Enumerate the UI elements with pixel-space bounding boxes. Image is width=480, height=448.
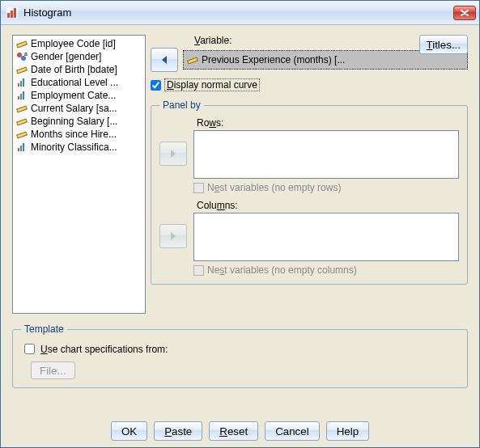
svg-rect-12 bbox=[18, 96, 19, 99]
variable-field-text: Previous Experience (months) [... bbox=[202, 54, 345, 66]
variable-list-item[interactable]: Beginning Salary [... bbox=[13, 115, 145, 128]
rows-listbox[interactable] bbox=[193, 130, 459, 179]
ruler-icon bbox=[16, 103, 28, 114]
columns-listbox[interactable] bbox=[193, 213, 459, 261]
move-variable-button[interactable] bbox=[151, 48, 178, 72]
window-title: Histogram bbox=[23, 6, 453, 19]
display-normal-checkbox[interactable] bbox=[151, 80, 161, 91]
variable-list-label: Minority Classifica... bbox=[31, 142, 117, 153]
svg-rect-9 bbox=[18, 83, 19, 87]
close-button[interactable] bbox=[453, 6, 476, 20]
display-normal-label: Display normal curve bbox=[164, 78, 260, 91]
ordinal-icon bbox=[16, 90, 28, 101]
variable-list-item[interactable]: Date of Birth [bdate] bbox=[13, 63, 145, 76]
ruler-icon bbox=[16, 129, 28, 140]
variable-list-label: Months since Hire... bbox=[31, 129, 117, 140]
variable-list-item[interactable]: Minority Classifica... bbox=[13, 141, 145, 154]
svg-rect-10 bbox=[20, 81, 22, 87]
nest-cols-check: Nest variables (no empty columns) bbox=[193, 264, 459, 276]
ruler-icon bbox=[16, 64, 28, 75]
cancel-button[interactable]: Cancel bbox=[265, 421, 320, 441]
ruler-icon bbox=[16, 116, 28, 127]
use-template-label: Use chart specifications from: bbox=[40, 344, 168, 355]
variable-list-label: Employment Cate... bbox=[31, 90, 116, 101]
svg-rect-19 bbox=[20, 146, 22, 151]
panel-by-legend: Panel by bbox=[159, 99, 204, 111]
ruler-icon bbox=[187, 54, 198, 66]
svg-rect-3 bbox=[14, 8, 16, 18]
button-bar: OK Paste Reset Cancel Help bbox=[1, 416, 479, 447]
svg-rect-15 bbox=[17, 106, 28, 112]
svg-rect-17 bbox=[17, 132, 28, 138]
columns-label: Columns: bbox=[197, 200, 459, 211]
svg-rect-20 bbox=[23, 143, 24, 151]
titles-button[interactable]: Titles... bbox=[419, 35, 468, 54]
nest-rows-label: Nest variables (no empty rows) bbox=[207, 182, 341, 193]
paste-button[interactable]: Paste bbox=[154, 421, 202, 441]
svg-rect-14 bbox=[23, 91, 24, 99]
rows-label: Rows: bbox=[197, 117, 459, 129]
svg-rect-8 bbox=[17, 67, 28, 74]
ordinal-icon bbox=[16, 142, 28, 153]
variable-list-label: Educational Level ... bbox=[31, 77, 118, 88]
variable-list-item[interactable]: aGender [gender] bbox=[13, 50, 145, 63]
title-bar: Histogram bbox=[1, 1, 479, 25]
svg-rect-13 bbox=[20, 94, 22, 99]
svg-rect-16 bbox=[17, 119, 28, 125]
source-variable-list[interactable]: Employee Code [id]aGender [gender]Date o… bbox=[12, 35, 146, 314]
checkbox-disabled-icon bbox=[193, 265, 204, 276]
svg-point-5 bbox=[17, 53, 22, 57]
svg-rect-1 bbox=[7, 13, 10, 18]
ruler-icon bbox=[16, 38, 28, 49]
help-button[interactable]: Help bbox=[326, 421, 369, 441]
variable-list-item[interactable]: Employee Code [id] bbox=[13, 37, 145, 50]
nest-cols-label: Nest variables (no empty columns) bbox=[207, 264, 357, 276]
svg-rect-21 bbox=[188, 57, 198, 64]
variable-list-label: Date of Birth [bdate] bbox=[31, 64, 117, 75]
svg-text:a: a bbox=[24, 51, 28, 57]
ordinal-icon bbox=[16, 77, 28, 88]
svg-rect-11 bbox=[23, 78, 24, 87]
nest-rows-check: Nest variables (no empty rows) bbox=[193, 182, 459, 193]
template-legend: Template bbox=[21, 323, 67, 335]
variable-list-label: Gender [gender] bbox=[31, 51, 101, 62]
svg-rect-4 bbox=[17, 41, 28, 48]
variable-list-label: Beginning Salary [... bbox=[31, 116, 117, 127]
variable-list-label: Current Salary [sa... bbox=[31, 103, 117, 114]
variable-list-item[interactable]: Employment Cate... bbox=[13, 89, 145, 102]
ok-button[interactable]: OK bbox=[111, 421, 147, 441]
move-rows-button[interactable] bbox=[159, 142, 187, 166]
svg-rect-18 bbox=[18, 148, 19, 151]
app-icon bbox=[6, 6, 19, 19]
use-template-checkbox[interactable] bbox=[24, 344, 35, 354]
template-group: Template Use chart specifications from: … bbox=[12, 323, 468, 388]
move-columns-button[interactable] bbox=[159, 224, 187, 248]
variable-list-item[interactable]: Months since Hire... bbox=[13, 128, 145, 141]
nominal-icon: a bbox=[16, 51, 28, 62]
variable-list-item[interactable]: Current Salary [sa... bbox=[13, 102, 145, 115]
panel-by-group: Panel by Rows: Nest variables (no empty … bbox=[151, 99, 468, 285]
reset-button[interactable]: Reset bbox=[209, 421, 258, 441]
titles-button-label: Titles... bbox=[427, 39, 461, 51]
file-button: File... bbox=[31, 361, 75, 379]
variable-list-label: Employee Code [id] bbox=[31, 38, 116, 49]
svg-rect-2 bbox=[11, 11, 13, 18]
variable-list-item[interactable]: Educational Level ... bbox=[13, 76, 145, 89]
checkbox-disabled-icon bbox=[193, 183, 204, 193]
